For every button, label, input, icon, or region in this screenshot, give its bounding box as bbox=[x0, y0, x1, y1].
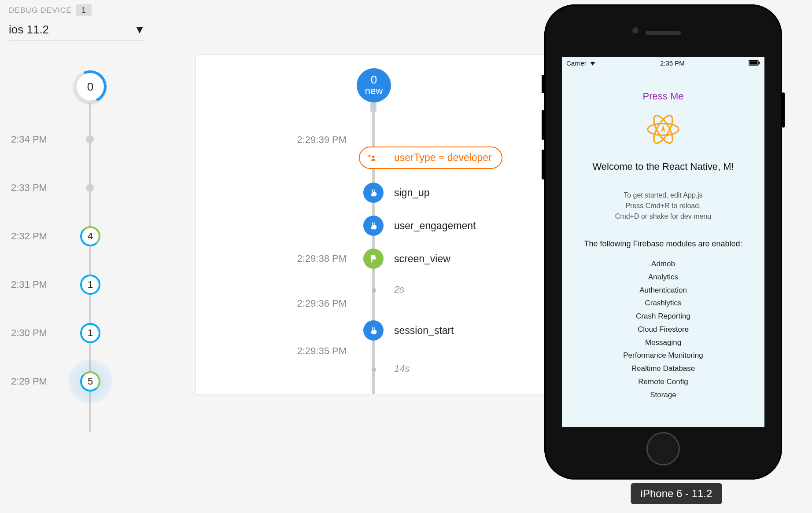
touch-icon bbox=[363, 320, 384, 341]
chevron-down-icon: ▼ bbox=[134, 23, 145, 37]
modules-list: AdmobAnalyticsAuthenticationCrashlyticsC… bbox=[568, 257, 758, 401]
user-property-pill[interactable]: userType = developer bbox=[359, 147, 502, 169]
event-detail-panel: 0 new 2:29:39 PM userType = developer si… bbox=[196, 55, 557, 394]
svg-rect-2 bbox=[759, 62, 760, 64]
mini-time-label: 2:31 PM bbox=[9, 279, 62, 290]
timestamp: 2:29:35 PM bbox=[196, 345, 359, 357]
mini-timeline-row[interactable]: 2:34 PM bbox=[9, 115, 176, 164]
iphone-frame: Carrier 2:35 PM Press Me bbox=[544, 4, 782, 480]
event-label: screen_view bbox=[394, 253, 450, 265]
timeline-node[interactable]: 1 bbox=[80, 323, 100, 343]
module-item: Messaging bbox=[568, 336, 758, 349]
mini-timeline-row[interactable]: 2:33 PM bbox=[9, 164, 176, 212]
mini-time-label: 2:30 PM bbox=[9, 327, 62, 339]
mini-timeline-row[interactable]: 2:29 PM5 bbox=[9, 357, 176, 406]
home-button[interactable] bbox=[646, 432, 680, 465]
gap-dot bbox=[372, 367, 376, 372]
mini-time-label: 2:34 PM bbox=[9, 134, 62, 145]
power-button bbox=[782, 92, 785, 128]
module-item: Remote Config bbox=[568, 375, 758, 388]
timestamp: 2:29:36 PM bbox=[196, 298, 359, 309]
module-item: Storage bbox=[568, 388, 758, 402]
wifi-icon bbox=[589, 59, 596, 67]
mini-time-label: 2:29 PM bbox=[9, 376, 62, 387]
react-firebase-logo bbox=[645, 111, 682, 148]
status-time: 2:35 PM bbox=[660, 59, 685, 67]
simulator-label: iPhone 6 - 11.2 bbox=[631, 483, 722, 504]
module-item: Realtime Database bbox=[568, 362, 758, 375]
event-row[interactable]: 2:29:38 PM screen_view bbox=[196, 249, 557, 269]
device-name: ios 11.2 bbox=[9, 23, 49, 37]
timestamp: 2:29:39 PM bbox=[196, 134, 359, 146]
timeline-node[interactable]: 4 bbox=[80, 226, 100, 246]
mini-time-label: 2:33 PM bbox=[9, 182, 62, 194]
debug-header: DEBUG DEVICE 1 bbox=[9, 4, 176, 16]
mini-time-label: 2:32 PM bbox=[9, 231, 62, 242]
timeline-node[interactable]: 1 bbox=[80, 275, 100, 295]
modules-title: The following Firebase modules are enabl… bbox=[568, 239, 758, 249]
device-count-badge: 1 bbox=[76, 4, 92, 16]
app-content: Press Me Welcome to the React Native, M!… bbox=[562, 69, 764, 406]
mute-switch bbox=[542, 75, 544, 93]
touch-icon bbox=[363, 183, 384, 203]
event-label: session_start bbox=[394, 325, 454, 337]
battery-icon bbox=[749, 59, 760, 67]
event-label: user_engagement bbox=[394, 220, 476, 232]
volume-up bbox=[542, 110, 544, 140]
mini-timeline-row[interactable]: 2:32 PM4 bbox=[9, 212, 176, 260]
module-item: Performance Monitoring bbox=[568, 349, 758, 362]
user-property-icon bbox=[366, 153, 377, 163]
module-item: Analytics bbox=[568, 271, 758, 284]
new-events-bubble[interactable]: 0 new bbox=[357, 68, 391, 103]
svg-rect-1 bbox=[749, 61, 758, 64]
connector bbox=[370, 103, 376, 113]
device-dropdown[interactable]: ios 11.2 ▼ bbox=[9, 23, 145, 40]
press-me-button[interactable]: Press Me bbox=[568, 91, 758, 102]
mini-current-node[interactable]: 0 bbox=[70, 66, 111, 108]
mini-current-row[interactable]: 0 bbox=[9, 58, 176, 115]
module-item: Admob bbox=[568, 257, 758, 271]
hint-text: To get started, edit App.js Press Cmd+R … bbox=[568, 190, 758, 222]
timestamp-row: 2:29:35 PM bbox=[196, 345, 557, 357]
module-item: Crash Reporting bbox=[568, 310, 758, 323]
time-gap: 2s bbox=[394, 284, 404, 295]
debug-title: DEBUG DEVICE bbox=[9, 6, 72, 15]
mini-timeline-row[interactable]: 2:30 PM1 bbox=[9, 309, 176, 357]
event-row[interactable]: sign_up bbox=[196, 183, 557, 203]
carrier-label: Carrier bbox=[566, 59, 587, 67]
debug-panel: DEBUG DEVICE 1 ios 11.2 ▼ 0 2:34 PM2:33 … bbox=[0, 0, 185, 436]
event-row[interactable]: session_start bbox=[196, 320, 557, 341]
event-label: sign_up bbox=[394, 187, 430, 199]
module-item: Authentication bbox=[568, 284, 758, 297]
mini-timeline-row[interactable]: 2:31 PM1 bbox=[9, 260, 176, 309]
module-item: Crashlytics bbox=[568, 297, 758, 310]
welcome-text: Welcome to the React Native, M! bbox=[568, 161, 758, 172]
touch-icon bbox=[363, 216, 384, 236]
gap-dot bbox=[372, 288, 376, 293]
phone-screen[interactable]: Carrier 2:35 PM Press Me bbox=[562, 57, 764, 427]
timeline-dot bbox=[86, 184, 94, 192]
status-bar: Carrier 2:35 PM bbox=[562, 57, 764, 69]
timeline-node[interactable]: 5 bbox=[80, 371, 100, 392]
timeline-dot bbox=[86, 136, 94, 143]
timestamp: 2:29:38 PM bbox=[196, 253, 359, 264]
timestamp-row: 2:29:39 PM bbox=[196, 134, 557, 146]
simulator-wrap: Carrier 2:35 PM Press Me bbox=[549, 0, 804, 510]
module-item: Cloud Firestore bbox=[568, 323, 758, 336]
timestamp-row: 2:29:36 PM bbox=[196, 298, 557, 309]
event-row[interactable]: user_engagement bbox=[196, 216, 557, 236]
mini-timeline: 0 2:34 PM2:33 PM2:32 PM42:31 PM12:30 PM1… bbox=[9, 58, 176, 432]
volume-down bbox=[542, 150, 544, 180]
flag-icon bbox=[363, 249, 384, 269]
time-gap: 14s bbox=[394, 363, 410, 374]
